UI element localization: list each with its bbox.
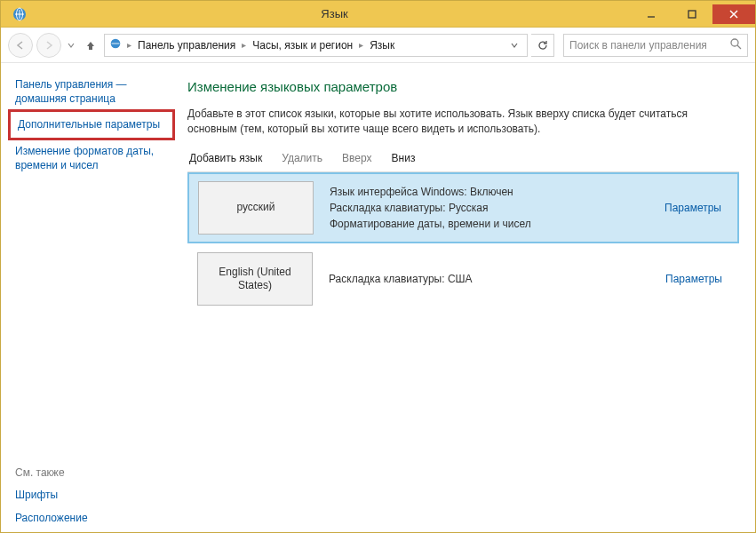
language-details: Язык интерфейса Windows: ВключенРаскладк… bbox=[330, 184, 649, 232]
sidebar-advanced-link[interactable]: Дополнительные параметры bbox=[18, 117, 165, 131]
breadcrumb-item[interactable]: Язык bbox=[368, 39, 396, 52]
language-settings-window: Язык ▸ Панель управления ▸ Часы, язык и … bbox=[0, 0, 756, 533]
chevron-right-icon: ▸ bbox=[126, 40, 132, 50]
maximize-button[interactable] bbox=[672, 4, 712, 24]
move-down-button[interactable]: Вниз bbox=[392, 152, 416, 164]
add-language-button[interactable]: Добавить язык bbox=[189, 152, 262, 164]
search-placeholder: Поиск в панели управления bbox=[569, 39, 729, 52]
chevron-right-icon: ▸ bbox=[241, 40, 247, 50]
location-icon bbox=[108, 36, 123, 53]
sidebar: Панель управления — домашняя страница До… bbox=[1, 63, 179, 532]
see-also-label: См. также bbox=[15, 466, 168, 479]
back-button[interactable] bbox=[8, 33, 33, 58]
svg-point-7 bbox=[731, 39, 738, 46]
navigation-bar: ▸ Панель управления ▸ Часы, язык и регио… bbox=[1, 28, 755, 63]
sidebar-fonts-link[interactable]: Шрифты bbox=[15, 488, 168, 502]
sidebar-location-link[interactable]: Расположение bbox=[15, 511, 168, 525]
address-dropdown[interactable] bbox=[505, 39, 523, 52]
language-toolbar: Добавить язык Удалить Вверх Вниз bbox=[187, 152, 739, 172]
language-tile[interactable]: русский bbox=[198, 181, 314, 235]
app-icon bbox=[1, 6, 38, 22]
language-options-link[interactable]: Параметры bbox=[665, 273, 729, 285]
minimize-button[interactable] bbox=[631, 4, 672, 24]
page-title: Изменение языковых параметров bbox=[187, 79, 739, 94]
language-options-link[interactable]: Параметры bbox=[664, 202, 728, 214]
sidebar-home-link[interactable]: Панель управления — домашняя страница bbox=[15, 77, 168, 106]
language-row[interactable]: English (United States)Раскладка клавиат… bbox=[187, 243, 739, 314]
search-icon bbox=[729, 37, 742, 52]
refresh-button[interactable] bbox=[531, 34, 554, 57]
history-dropdown[interactable] bbox=[65, 42, 77, 49]
chevron-right-icon: ▸ bbox=[358, 40, 364, 50]
language-row[interactable]: русскийЯзык интерфейса Windows: ВключенР… bbox=[187, 172, 739, 243]
close-button[interactable] bbox=[712, 4, 755, 24]
forward-button[interactable] bbox=[36, 33, 61, 58]
language-list: русскийЯзык интерфейса Windows: ВключенР… bbox=[187, 172, 739, 314]
description-text: Добавьте в этот список языки, которые вы… bbox=[187, 107, 739, 138]
sidebar-formats-link[interactable]: Изменение форматов даты, времени и чисел bbox=[15, 144, 168, 172]
language-tile[interactable]: English (United States) bbox=[197, 252, 313, 306]
remove-language-button[interactable]: Удалить bbox=[282, 152, 322, 164]
main-content: Изменение языковых параметров Добавьте в… bbox=[179, 63, 755, 532]
window-title: Язык bbox=[38, 7, 631, 20]
breadcrumb-item[interactable]: Часы, язык и регион bbox=[251, 39, 354, 52]
svg-rect-3 bbox=[688, 11, 696, 18]
breadcrumb-item[interactable]: Панель управления bbox=[136, 39, 237, 52]
language-details: Раскладка клавиатуры: США bbox=[329, 271, 649, 287]
move-up-button[interactable]: Вверх bbox=[342, 152, 371, 164]
svg-line-8 bbox=[737, 45, 741, 49]
titlebar: Язык bbox=[1, 1, 755, 28]
search-input[interactable]: Поиск в панели управления bbox=[563, 34, 748, 57]
sidebar-advanced-highlight: Дополнительные параметры bbox=[8, 109, 175, 139]
address-bar[interactable]: ▸ Панель управления ▸ Часы, язык и регио… bbox=[104, 34, 528, 57]
up-button[interactable] bbox=[81, 39, 100, 52]
